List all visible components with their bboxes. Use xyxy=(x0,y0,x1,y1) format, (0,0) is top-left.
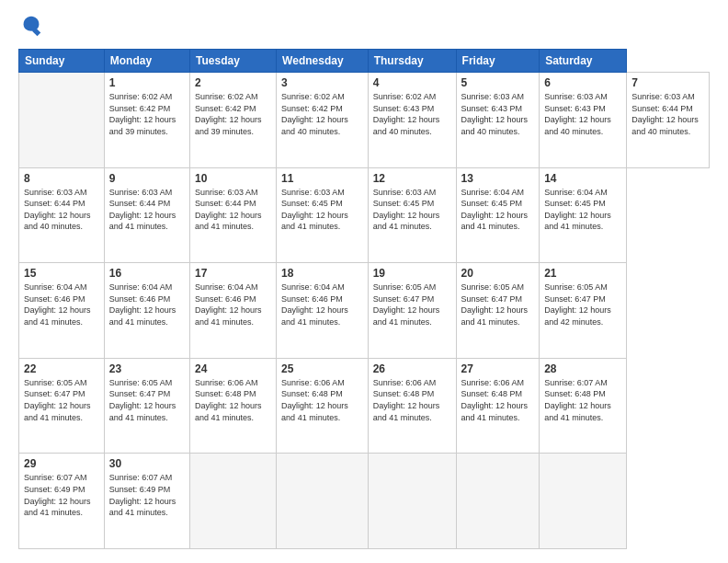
calendar-week-3: 15 Sunrise: 6:04 AMSunset: 6:46 PMDaylig… xyxy=(19,263,710,359)
calendar-cell xyxy=(368,454,456,549)
day-number: 2 xyxy=(195,76,271,89)
page: SundayMondayTuesdayWednesdayThursdayFrid… xyxy=(0,0,728,563)
day-number: 24 xyxy=(195,362,271,375)
calendar-cell: 3 Sunrise: 6:02 AMSunset: 6:42 PMDayligh… xyxy=(277,73,369,168)
day-info: Sunrise: 6:03 AMSunset: 6:44 PMDaylight:… xyxy=(24,187,99,233)
day-number: 7 xyxy=(631,76,704,89)
day-number: 8 xyxy=(24,172,99,185)
day-number: 10 xyxy=(195,172,271,185)
calendar-cell: 18 Sunrise: 6:04 AMSunset: 6:46 PMDaylig… xyxy=(277,263,369,359)
calendar-cell: 5 Sunrise: 6:03 AMSunset: 6:43 PMDayligh… xyxy=(456,73,540,168)
day-number: 26 xyxy=(373,362,451,375)
day-info: Sunrise: 6:03 AMSunset: 6:44 PMDaylight:… xyxy=(195,187,271,233)
day-info: Sunrise: 6:04 AMSunset: 6:46 PMDaylight:… xyxy=(109,282,185,327)
day-info: Sunrise: 6:03 AMSunset: 6:44 PMDaylight:… xyxy=(631,91,704,137)
calendar-cell: 2 Sunrise: 6:02 AMSunset: 6:42 PMDayligh… xyxy=(190,73,277,168)
calendar-header-row: SundayMondayTuesdayWednesdayThursdayFrid… xyxy=(19,50,710,73)
calendar-cell: 25 Sunrise: 6:06 AMSunset: 6:48 PMDaylig… xyxy=(277,358,369,454)
calendar-cell: 28 Sunrise: 6:07 AMSunset: 6:48 PMDaylig… xyxy=(540,358,627,454)
header xyxy=(18,14,710,40)
day-info: Sunrise: 6:02 AMSunset: 6:42 PMDaylight:… xyxy=(109,91,185,137)
day-number: 4 xyxy=(373,76,451,89)
day-info: Sunrise: 6:07 AMSunset: 6:49 PMDaylight:… xyxy=(109,472,185,518)
calendar-week-4: 22 Sunrise: 6:05 AMSunset: 6:47 PMDaylig… xyxy=(19,358,710,454)
calendar-cell: 29 Sunrise: 6:07 AMSunset: 6:49 PMDaylig… xyxy=(19,454,105,549)
calendar-cell: 27 Sunrise: 6:06 AMSunset: 6:48 PMDaylig… xyxy=(456,358,540,454)
day-info: Sunrise: 6:06 AMSunset: 6:48 PMDaylight:… xyxy=(281,377,363,423)
day-number: 25 xyxy=(281,362,363,375)
calendar-week-2: 8 Sunrise: 6:03 AMSunset: 6:44 PMDayligh… xyxy=(19,167,710,263)
logo-icon xyxy=(18,14,44,40)
calendar-cell: 13 Sunrise: 6:04 AMSunset: 6:45 PMDaylig… xyxy=(456,167,540,263)
day-info: Sunrise: 6:06 AMSunset: 6:48 PMDaylight:… xyxy=(373,377,451,423)
calendar-cell xyxy=(456,454,540,549)
day-info: Sunrise: 6:05 AMSunset: 6:47 PMDaylight:… xyxy=(24,377,99,423)
day-number: 19 xyxy=(373,267,451,280)
day-number: 6 xyxy=(544,76,621,89)
day-number: 11 xyxy=(281,172,363,185)
day-info: Sunrise: 6:03 AMSunset: 6:44 PMDaylight:… xyxy=(109,187,185,233)
calendar-cell xyxy=(19,73,105,168)
day-number: 27 xyxy=(461,362,535,375)
calendar-cell: 22 Sunrise: 6:05 AMSunset: 6:47 PMDaylig… xyxy=(19,358,105,454)
day-number: 18 xyxy=(281,267,363,280)
day-info: Sunrise: 6:04 AMSunset: 6:46 PMDaylight:… xyxy=(195,282,271,327)
calendar-cell: 24 Sunrise: 6:06 AMSunset: 6:48 PMDaylig… xyxy=(190,358,277,454)
calendar-cell: 6 Sunrise: 6:03 AMSunset: 6:43 PMDayligh… xyxy=(540,73,627,168)
calendar-cell: 20 Sunrise: 6:05 AMSunset: 6:47 PMDaylig… xyxy=(456,263,540,359)
calendar-week-1: 1 Sunrise: 6:02 AMSunset: 6:42 PMDayligh… xyxy=(19,73,710,168)
calendar-cell: 23 Sunrise: 6:05 AMSunset: 6:47 PMDaylig… xyxy=(104,358,189,454)
day-number: 9 xyxy=(109,172,185,185)
day-info: Sunrise: 6:02 AMSunset: 6:42 PMDaylight:… xyxy=(195,91,271,137)
calendar-header-monday: Monday xyxy=(104,50,189,73)
day-info: Sunrise: 6:05 AMSunset: 6:47 PMDaylight:… xyxy=(461,282,535,327)
day-info: Sunrise: 6:05 AMSunset: 6:47 PMDaylight:… xyxy=(373,282,451,327)
day-info: Sunrise: 6:03 AMSunset: 6:43 PMDaylight:… xyxy=(461,91,535,137)
day-number: 16 xyxy=(109,267,185,280)
day-info: Sunrise: 6:04 AMSunset: 6:45 PMDaylight:… xyxy=(461,187,535,233)
calendar-header-tuesday: Tuesday xyxy=(190,50,277,73)
calendar-cell: 21 Sunrise: 6:05 AMSunset: 6:47 PMDaylig… xyxy=(540,263,627,359)
calendar-week-5: 29 Sunrise: 6:07 AMSunset: 6:49 PMDaylig… xyxy=(19,454,710,549)
day-info: Sunrise: 6:03 AMSunset: 6:45 PMDaylight:… xyxy=(373,187,451,233)
calendar-cell: 19 Sunrise: 6:05 AMSunset: 6:47 PMDaylig… xyxy=(368,263,456,359)
day-number: 21 xyxy=(544,267,621,280)
calendar-cell xyxy=(540,454,627,549)
logo xyxy=(18,14,48,40)
calendar-header-wednesday: Wednesday xyxy=(277,50,369,73)
day-number: 14 xyxy=(544,172,621,185)
day-number: 15 xyxy=(24,267,99,280)
calendar-header-thursday: Thursday xyxy=(368,50,456,73)
calendar-header-friday: Friday xyxy=(456,50,540,73)
calendar-cell: 1 Sunrise: 6:02 AMSunset: 6:42 PMDayligh… xyxy=(104,73,189,168)
day-info: Sunrise: 6:05 AMSunset: 6:47 PMDaylight:… xyxy=(109,377,185,423)
calendar-cell: 14 Sunrise: 6:04 AMSunset: 6:45 PMDaylig… xyxy=(540,167,627,263)
day-info: Sunrise: 6:04 AMSunset: 6:45 PMDaylight:… xyxy=(544,187,621,233)
calendar-cell xyxy=(190,454,277,549)
calendar-cell: 15 Sunrise: 6:04 AMSunset: 6:46 PMDaylig… xyxy=(19,263,105,359)
calendar-cell: 7 Sunrise: 6:03 AMSunset: 6:44 PMDayligh… xyxy=(627,73,710,168)
day-number: 28 xyxy=(544,362,621,375)
day-number: 1 xyxy=(109,76,185,89)
calendar-cell: 12 Sunrise: 6:03 AMSunset: 6:45 PMDaylig… xyxy=(368,167,456,263)
day-info: Sunrise: 6:07 AMSunset: 6:49 PMDaylight:… xyxy=(24,472,99,518)
day-number: 3 xyxy=(281,76,363,89)
calendar-cell: 26 Sunrise: 6:06 AMSunset: 6:48 PMDaylig… xyxy=(368,358,456,454)
day-number: 13 xyxy=(461,172,535,185)
day-number: 22 xyxy=(24,362,99,375)
day-info: Sunrise: 6:06 AMSunset: 6:48 PMDaylight:… xyxy=(461,377,535,423)
day-info: Sunrise: 6:03 AMSunset: 6:45 PMDaylight:… xyxy=(281,187,363,233)
calendar-header-saturday: Saturday xyxy=(540,50,627,73)
day-number: 29 xyxy=(24,457,99,470)
day-number: 12 xyxy=(373,172,451,185)
day-info: Sunrise: 6:04 AMSunset: 6:46 PMDaylight:… xyxy=(281,282,363,327)
day-info: Sunrise: 6:06 AMSunset: 6:48 PMDaylight:… xyxy=(195,377,271,423)
calendar-cell: 10 Sunrise: 6:03 AMSunset: 6:44 PMDaylig… xyxy=(190,167,277,263)
day-info: Sunrise: 6:07 AMSunset: 6:48 PMDaylight:… xyxy=(544,377,621,423)
calendar-cell: 9 Sunrise: 6:03 AMSunset: 6:44 PMDayligh… xyxy=(104,167,189,263)
day-number: 23 xyxy=(109,362,185,375)
day-number: 17 xyxy=(195,267,271,280)
calendar-cell: 11 Sunrise: 6:03 AMSunset: 6:45 PMDaylig… xyxy=(277,167,369,263)
day-info: Sunrise: 6:04 AMSunset: 6:46 PMDaylight:… xyxy=(24,282,99,327)
day-info: Sunrise: 6:02 AMSunset: 6:42 PMDaylight:… xyxy=(281,91,363,137)
